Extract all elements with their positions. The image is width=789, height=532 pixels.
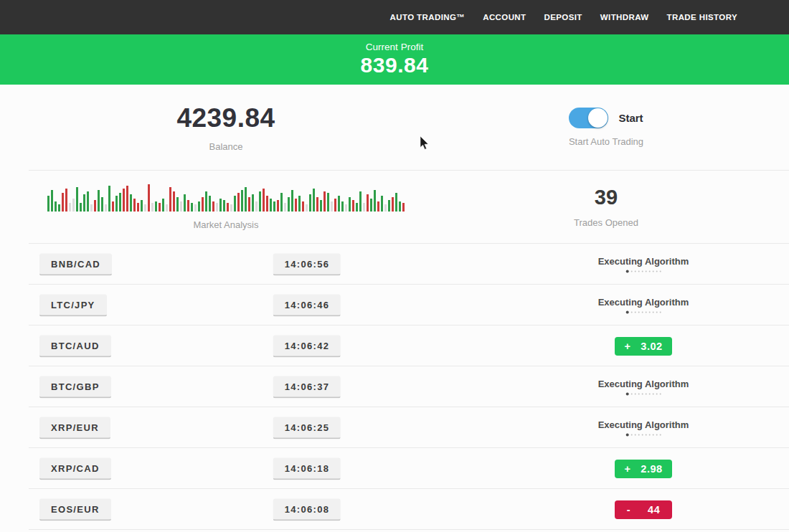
progress-dot — [645, 312, 646, 313]
progress-dot — [630, 394, 632, 395]
progress-dot — [625, 393, 628, 396]
trade-row: XRP/EUR14:06:25Executing Algorithm — [0, 407, 789, 448]
time-badge[interactable]: 14:06:42 — [273, 335, 341, 357]
progress-dot — [638, 434, 639, 436]
market-bar — [352, 200, 354, 212]
progress-dot — [652, 394, 653, 395]
time-badge[interactable]: 14:06:08 — [273, 498, 341, 521]
time-badge[interactable]: 14:06:46 — [273, 294, 341, 316]
progress-dot — [634, 271, 636, 272]
nav-item-auto-trading[interactable]: AUTO TRADING™ — [390, 13, 466, 22]
progress-dot — [638, 271, 639, 272]
progress-dot — [641, 394, 643, 395]
market-bar — [316, 197, 318, 212]
progress-dot — [625, 311, 628, 314]
market-bar — [184, 194, 186, 212]
market-bar — [212, 201, 214, 212]
nav-item-trade-history[interactable]: TRADE HISTORY — [667, 13, 738, 22]
progress-dot — [648, 271, 650, 272]
market-bar — [280, 193, 283, 212]
trades-table: BNB/CAD14:06:56Executing AlgorithmLTC/JP… — [0, 244, 789, 530]
trade-row: EOS/EUR14:06:08-44 — [0, 489, 789, 530]
progress-dot — [630, 434, 632, 436]
market-bar — [306, 204, 308, 212]
pair-badge[interactable]: LTC/JPY — [39, 294, 107, 316]
market-bar — [230, 204, 232, 212]
market-bar — [101, 197, 103, 212]
nav-item-withdraw[interactable]: WITHDRAW — [600, 13, 649, 22]
progress-dot — [648, 312, 650, 313]
time-badge[interactable]: 14:06:37 — [273, 376, 341, 398]
market-bar — [47, 196, 49, 212]
market-bar — [302, 201, 304, 212]
market-bar — [359, 191, 362, 212]
trade-row: BTC/AUD14:06:42+3.02 — [0, 326, 789, 366]
market-bar — [83, 194, 85, 212]
market-bar — [402, 203, 405, 212]
market-bar — [69, 203, 71, 212]
trade-result-badge: +3.02 — [615, 337, 672, 356]
pair-badge[interactable]: XRP/CAD — [39, 457, 111, 480]
time-badge[interactable]: 14:06:18 — [273, 457, 341, 480]
market-bar — [273, 201, 275, 212]
progress-dots-icon — [598, 433, 689, 437]
trade-row: BTC/GBP14:06:37Executing Algorithm — [0, 366, 789, 407]
pair-badge[interactable]: BTC/GBP — [39, 376, 111, 398]
market-bar — [180, 201, 182, 212]
toggle-label: Start — [618, 112, 643, 124]
market-bar — [202, 197, 204, 212]
market-bar — [115, 196, 118, 212]
market-bar — [384, 204, 387, 212]
market-bar — [148, 184, 150, 212]
profit-banner-value: 839.84 — [361, 53, 429, 78]
market-bar — [151, 203, 153, 212]
pair-badge[interactable]: BTC/AUD — [39, 335, 111, 357]
trade-status: -44 — [615, 500, 672, 519]
trades-opened-label: Trades Opened — [574, 217, 638, 228]
nav-item-account[interactable]: ACCOUNT — [483, 13, 526, 22]
auto-trading-block: Start Start Auto Trading — [452, 85, 760, 170]
progress-dot — [645, 394, 646, 395]
progress-dot — [659, 312, 661, 313]
pair-badge[interactable]: XRP/EUR — [39, 417, 110, 439]
market-bar — [76, 187, 78, 212]
time-badge[interactable]: 14:06:25 — [273, 417, 341, 439]
progress-dot — [659, 394, 661, 395]
progress-dot — [634, 312, 636, 313]
market-bar — [320, 200, 322, 212]
market-bar — [377, 201, 379, 212]
progress-dot — [641, 271, 643, 272]
progress-dot — [634, 434, 636, 436]
market-bar — [331, 201, 333, 212]
market-bar — [205, 191, 207, 212]
market-bar — [137, 203, 139, 212]
pair-badge[interactable]: EOS/EUR — [39, 498, 111, 521]
executing-algorithm-label: Executing Algorithm — [598, 296, 689, 307]
market-bar — [133, 199, 136, 212]
progress-dot — [652, 312, 653, 313]
market-bar — [345, 204, 347, 212]
market-bar — [105, 204, 107, 212]
profit-banner-label: Current Profit — [366, 42, 423, 53]
result-value: 3.02 — [641, 341, 662, 352]
progress-dots-icon — [598, 270, 689, 273]
market-analysis-label: Market Analysis — [193, 219, 258, 230]
progress-dot — [630, 271, 632, 272]
auto-trading-toggle[interactable] — [569, 108, 608, 128]
market-bar — [334, 199, 336, 212]
time-badge[interactable]: 14:06:56 — [273, 253, 341, 275]
pair-badge[interactable]: BNB/CAD — [39, 253, 112, 275]
nav-item-deposit[interactable]: DEPOSIT — [544, 13, 582, 22]
progress-dot — [648, 394, 650, 395]
result-sign: + — [624, 341, 630, 352]
trade-status: Executing Algorithm — [598, 296, 689, 314]
market-bar — [341, 201, 344, 212]
auto-trading-label: Start Auto Trading — [569, 136, 643, 147]
executing-algorithm-label: Executing Algorithm — [598, 378, 689, 389]
market-bar — [119, 193, 121, 212]
market-bar — [155, 201, 157, 212]
market-bar — [338, 196, 340, 212]
market-bar — [55, 201, 57, 212]
market-bar — [252, 194, 254, 212]
market-bar — [87, 191, 89, 212]
